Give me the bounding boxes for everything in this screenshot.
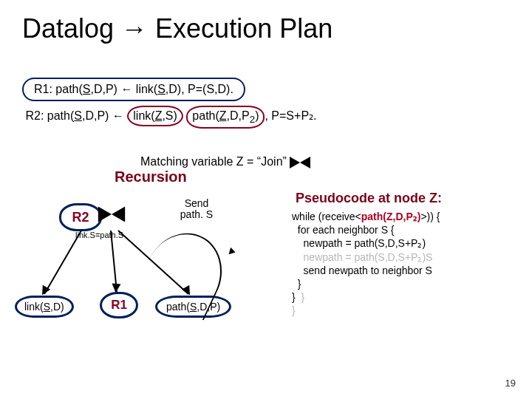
pseudocode-title: Pseudocode at node Z:: [296, 191, 442, 206]
join-bowtie-icon: [98, 207, 125, 222]
r2-label: R2:: [25, 109, 44, 122]
rules-block: R1: path(S,D,P) ← link(S,D), P=(S,D). R2…: [22, 78, 317, 129]
bowtie-icon: [290, 157, 310, 168]
join-condition: link.S=path.S: [75, 231, 123, 239]
recursion-label: Recursion: [115, 168, 187, 185]
r2-link-term: link(Z,S): [127, 106, 183, 126]
r1-body: path(S,D,P) ← link(S,D), P=(S,D).: [55, 83, 233, 95]
svg-line-0: [44, 231, 81, 294]
r2-tail: , P=S+P₂.: [265, 109, 316, 122]
r1-label: R1:: [34, 83, 52, 95]
r2-pre: path(S,D,P) ←: [47, 109, 127, 122]
arrowhead-icon: [111, 283, 120, 293]
r2-path-term: path(Z,D,P2): [186, 106, 265, 129]
page-number: 19: [505, 378, 516, 389]
slide-title: Datalog → Execution Plan: [0, 0, 532, 44]
leaf-link: link(S,D): [15, 296, 74, 318]
matching-text: Matching variable Z = “Join”: [140, 155, 310, 168]
r1-node: R1: [100, 292, 138, 318]
send-label: Send path. S: [174, 198, 219, 221]
r2-node: R2: [59, 203, 102, 231]
connector-lines: [0, 0, 532, 399]
pseudocode-block: while (receive<path(Z,D,P₂)>)) { for eac…: [292, 210, 440, 318]
